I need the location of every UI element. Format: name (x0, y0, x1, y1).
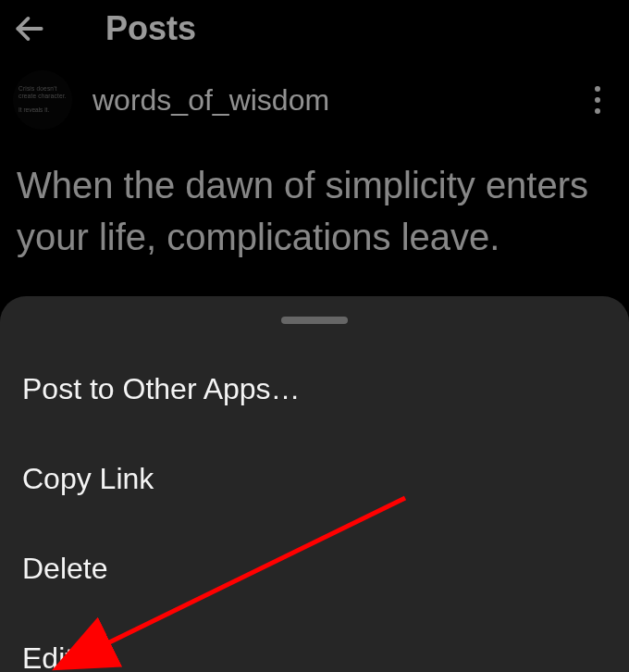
menu-item-delete[interactable]: Delete (0, 529, 629, 608)
screen: Posts Crisis doesn't create character. I… (0, 0, 629, 672)
sheet-drag-handle[interactable] (281, 317, 348, 324)
menu-item-post-other-apps[interactable]: Post to Other Apps… (0, 350, 629, 429)
action-sheet: Post to Other Apps… Copy Link Delete Edi… (0, 296, 629, 672)
menu-item-copy-link[interactable]: Copy Link (0, 440, 629, 518)
menu-item-edit[interactable]: Edit (0, 619, 629, 672)
